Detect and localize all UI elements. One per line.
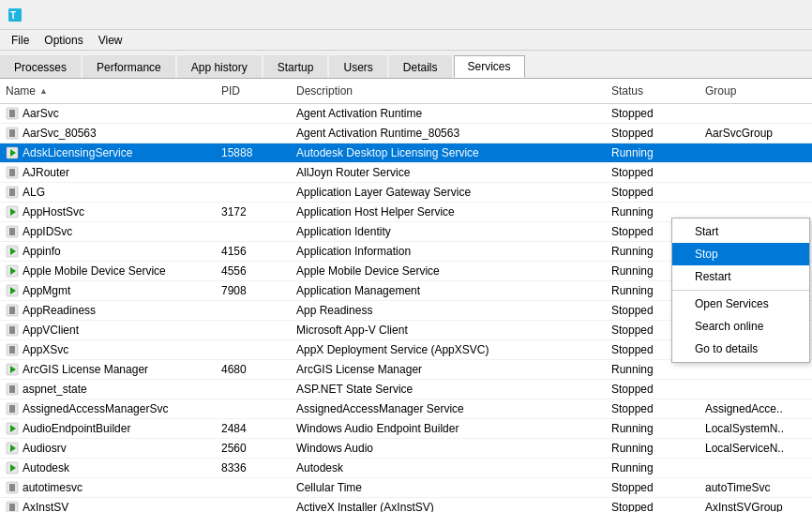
- svg-rect-41: [9, 484, 15, 491]
- maximize-button[interactable]: [716, 0, 759, 30]
- cell-name: Autodesk: [0, 459, 216, 477]
- col-description[interactable]: Description: [291, 81, 606, 101]
- tab-users[interactable]: Users: [329, 55, 386, 78]
- table-row[interactable]: Audiosrv 2560 Windows Audio Running Loca…: [0, 439, 812, 459]
- cell-pid: 4556: [216, 262, 291, 280]
- svg-rect-43: [9, 504, 15, 511]
- context-restart[interactable]: Restart: [672, 265, 809, 288]
- cell-group: [699, 380, 812, 399]
- cell-name: AdskLicensingService: [0, 143, 216, 162]
- cell-pid: 4680: [216, 360, 291, 379]
- minimize-button[interactable]: [671, 0, 714, 30]
- cell-description: App Readiness: [291, 301, 606, 320]
- context-menu: Start Stop Restart Open Services Search …: [671, 218, 810, 363]
- cell-name: AppReadiness: [0, 301, 216, 320]
- cell-description: AllJoyn Router Service: [291, 163, 606, 182]
- tab-app-history[interactable]: App history: [177, 55, 262, 78]
- cell-description: Agent Activation Runtime: [291, 104, 606, 123]
- table-row[interactable]: Autodesk 8336 Autodesk Running: [0, 459, 812, 478]
- cell-name: AarSvc_80563: [0, 124, 216, 143]
- context-start[interactable]: Start: [672, 220, 809, 243]
- context-separator: [672, 290, 809, 291]
- cell-group: AarSvcGroup: [699, 124, 812, 143]
- cell-group: [699, 143, 812, 162]
- cell-description: Agent Activation Runtime_80563: [291, 124, 606, 143]
- cell-pid: 4156: [216, 242, 291, 261]
- menu-options[interactable]: Options: [37, 32, 90, 49]
- cell-name: AppXSvc: [0, 340, 216, 359]
- cell-name: AarSvc: [0, 104, 216, 123]
- service-icon: [6, 383, 19, 396]
- menu-file[interactable]: File: [4, 32, 37, 49]
- service-icon: [6, 343, 19, 356]
- menu-view[interactable]: View: [91, 32, 130, 49]
- cell-group: [699, 360, 812, 379]
- col-pid[interactable]: PID: [216, 81, 291, 101]
- service-icon: [6, 324, 19, 337]
- table-row[interactable]: AJRouter AllJoyn Router Service Stopped: [0, 163, 812, 183]
- cell-status: Stopped: [606, 104, 699, 123]
- cell-name: AJRouter: [0, 163, 216, 182]
- tab-performance[interactable]: Performance: [83, 55, 175, 78]
- tab-services[interactable]: Services: [454, 55, 525, 78]
- table-row[interactable]: autotimesvc Cellular Time Stopped autoTi…: [0, 478, 812, 498]
- cell-name: AudioEndpointBuilder: [0, 419, 216, 438]
- table-row[interactable]: AxInstSV ActiveX Installer (AxInstSV) St…: [0, 498, 812, 512]
- tab-details[interactable]: Details: [389, 55, 452, 78]
- col-group[interactable]: Group: [699, 81, 812, 101]
- cell-description: Application Management: [291, 281, 606, 300]
- cell-description: Cellular Time: [291, 478, 606, 497]
- service-icon: [6, 501, 19, 512]
- col-status[interactable]: Status: [606, 81, 699, 101]
- svg-rect-15: [9, 228, 15, 235]
- window-controls: [671, 0, 804, 30]
- context-go-to-details[interactable]: Go to details: [672, 338, 809, 360]
- tab-startup[interactable]: Startup: [263, 55, 328, 78]
- svg-rect-23: [9, 307, 15, 314]
- context-search-online[interactable]: Search online: [672, 315, 809, 338]
- cell-pid: 8336: [216, 459, 291, 477]
- cell-pid: [216, 399, 291, 418]
- cell-description: Windows Audio: [291, 439, 606, 458]
- cell-name: AppHostSvc: [0, 203, 216, 221]
- cell-description: ArcGIS License Manager: [291, 360, 606, 379]
- cell-status: Stopped: [606, 183, 699, 202]
- table-row[interactable]: aspnet_state ASP.NET State Service Stopp…: [0, 380, 812, 399]
- context-stop[interactable]: Stop: [672, 243, 809, 265]
- close-button[interactable]: [761, 0, 804, 30]
- app-icon: T: [8, 8, 23, 23]
- cell-group: AssignedAcce..: [699, 399, 812, 418]
- cell-group: LocalServiceN..: [699, 439, 812, 458]
- cell-status: Running: [606, 419, 699, 438]
- cell-pid: [216, 340, 291, 359]
- cell-description: Apple Mobile Device Service: [291, 262, 606, 280]
- tab-processes[interactable]: Processes: [0, 55, 81, 78]
- table-row[interactable]: AarSvc_80563 Agent Activation Runtime_80…: [0, 124, 812, 143]
- cell-group: LocalSystemN..: [699, 419, 812, 438]
- cell-name: AppVClient: [0, 321, 216, 339]
- cell-name: AppIDSvc: [0, 222, 216, 241]
- svg-rect-3: [9, 110, 15, 117]
- cell-name: AppMgmt: [0, 281, 216, 300]
- table-row[interactable]: ALG Application Layer Gateway Service St…: [0, 183, 812, 203]
- table-row[interactable]: AdskLicensingService 15888 Autodesk Desk…: [0, 143, 812, 163]
- col-name[interactable]: Name ▲: [0, 81, 216, 101]
- table-row[interactable]: AarSvc Agent Activation Runtime Stopped: [0, 104, 812, 124]
- svg-rect-31: [9, 385, 15, 393]
- cell-description: ActiveX Installer (AxInstSV): [291, 498, 606, 512]
- cell-pid: [216, 124, 291, 143]
- cell-name: Audiosrv: [0, 439, 216, 458]
- cell-group: [699, 163, 812, 182]
- svg-rect-25: [9, 326, 15, 334]
- cell-pid: [216, 163, 291, 182]
- cell-description: Application Host Helper Service: [291, 203, 606, 221]
- service-icon: [6, 402, 19, 415]
- service-icon: [6, 422, 19, 435]
- context-open-services[interactable]: Open Services: [672, 293, 809, 315]
- table-row[interactable]: AssignedAccessManagerSvc AssignedAccessM…: [0, 399, 812, 419]
- table-row[interactable]: AudioEndpointBuilder 2484 Windows Audio …: [0, 419, 812, 439]
- cell-group: AxInstSVGroup: [699, 498, 812, 512]
- service-icon: [6, 146, 19, 159]
- cell-pid: 2560: [216, 439, 291, 458]
- table-row[interactable]: ArcGIS License Manager 4680 ArcGIS Licen…: [0, 360, 812, 380]
